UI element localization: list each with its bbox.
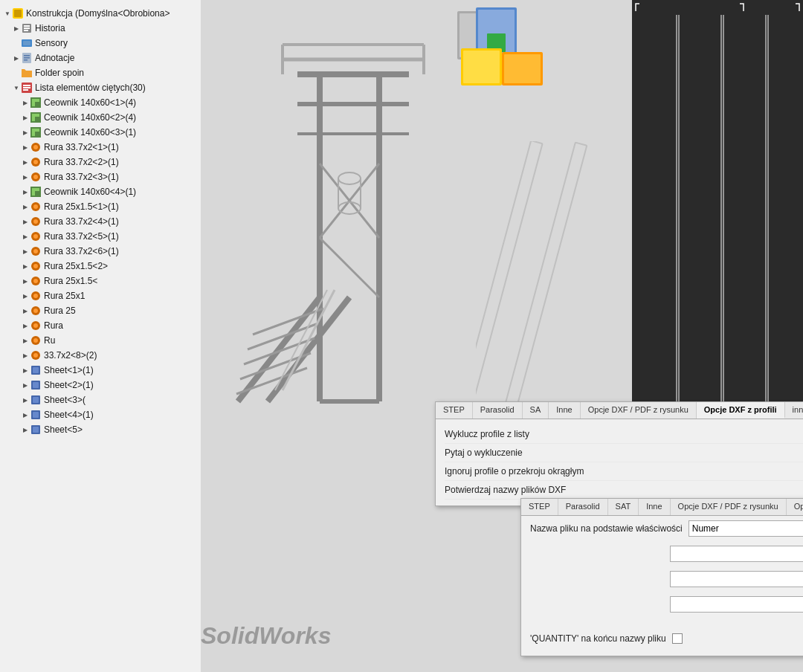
empty-row-1: ▼ … [521, 541, 803, 566]
tab-dxf-pdf-lower[interactable]: Opcje DXF / PDF z rysunku [671, 499, 787, 515]
option-potwierdz: Potwierdzaj nazwy plików DXF [445, 481, 803, 500]
svg-rect-3 [24, 25, 30, 27]
sensory-label: Sensory [35, 38, 68, 48]
tree-rura-25-2[interactable]: ▶ Rura 25x1.5<2> [3, 259, 198, 274]
svg-rect-100 [463, 51, 500, 83]
svg-rect-65 [33, 427, 39, 433]
construction-icon [12, 7, 24, 19]
svg-line-92 [283, 290, 335, 390]
svg-rect-57 [33, 367, 39, 373]
empty-row-3: ▼ … [521, 592, 803, 617]
tree-folder-spoin[interactable]: ▶ Folder spoin [3, 65, 198, 80]
svg-point-41 [33, 249, 38, 253]
main-view: STEP Parasolid SA Inne Opcje DXF / PDF z… [201, 0, 803, 672]
tree-rura1[interactable]: ▶ Rura 33.7x2<1>(1) [3, 140, 198, 155]
tab-dxf-profili-upper[interactable]: Opcje DXF z profili [697, 402, 785, 419]
tree-rura-8[interactable]: ▶ 33.7x2<8>(2) [3, 348, 198, 363]
tree-rura5[interactable]: ▶ Rura 33.7x2<5>(1) [3, 229, 198, 244]
tab-dxf-profili-lower[interactable]: Opcje DXF z profili [787, 499, 803, 515]
watermark: SolidWorks [201, 622, 331, 650]
historia-label: Historia [35, 23, 65, 33]
tree-ceownik2[interactable]: ▶ Ceownik 140x60<2>(4) [3, 110, 198, 125]
root-arrow: ▼ [3, 9, 12, 18]
svg-rect-63 [33, 412, 39, 418]
svg-rect-7 [23, 41, 30, 45]
tree-sheet5[interactable]: ▶ Sheet<5> [3, 422, 198, 437]
svg-rect-13 [23, 85, 30, 86]
lista-icon [21, 82, 33, 94]
tree-rura-25-3[interactable]: ▶ Rura 25x1.5< [3, 274, 198, 288]
checkbox-quantity[interactable] [672, 633, 683, 644]
tree-sheet3[interactable]: ▶ Sheet<3>( [3, 392, 198, 407]
svg-rect-33 [32, 188, 39, 191]
empty-dropdown-3[interactable]: ▼ [670, 596, 803, 613]
root-label: Konstrukcja (Domyślna<Obrobiona> [26, 8, 170, 19]
svg-point-35 [33, 204, 38, 209]
tree-ceownik4[interactable]: ▶ Ceownik 140x60<4>(1) [3, 184, 198, 199]
tree-rura4[interactable]: ▶ Rura 33.7x2<4>(1) [3, 214, 198, 229]
svg-point-53 [33, 338, 38, 343]
svg-point-55 [33, 353, 38, 358]
historia-arrow: ▶ [12, 24, 21, 33]
svg-rect-59 [33, 382, 39, 388]
svg-point-49 [33, 308, 38, 313]
option-wyklucz-label: Wyklucz profile z listy [445, 429, 529, 439]
tree-rura6[interactable]: ▶ Rura 33.7x2<6>(1) [3, 244, 198, 259]
tree-sheet1[interactable]: ▶ Sheet<1>(1) [3, 363, 198, 378]
tree-sheet2[interactable]: ▶ Sheet<2>(1) [3, 378, 198, 392]
svg-point-43 [33, 264, 38, 268]
svg-point-51 [33, 323, 38, 328]
svg-point-30 [33, 175, 38, 179]
svg-rect-4 [24, 28, 30, 29]
svg-line-83 [236, 368, 307, 394]
svg-point-47 [33, 294, 38, 298]
tab-parasolid-upper[interactable]: Parasolid [473, 402, 523, 419]
tree-root[interactable]: ▼ Konstrukcja (Domyślna<Obrobiona> [3, 6, 198, 21]
tree-ceownik1[interactable]: ▶ Ceownik 140x60<1>(4) [3, 95, 198, 110]
tab-sat-upper[interactable]: SA [523, 402, 549, 419]
tree-rura-25-6[interactable]: ▶ Rura [3, 318, 198, 333]
svg-rect-15 [23, 89, 28, 91]
filename-label: Nazwa pliku na podstawie właściwości [530, 523, 683, 534]
tree-rura2[interactable]: ▶ Rura 33.7x2<2>(1) [3, 155, 198, 169]
folder-label: Folder spoin [35, 68, 84, 78]
empty-dropdown-1[interactable]: ▼ [670, 546, 803, 562]
svg-rect-102 [504, 54, 541, 83]
svg-rect-21 [32, 114, 39, 117]
svg-point-39 [33, 234, 38, 239]
tree-rura-25-4[interactable]: ▶ Rura 25x1 [3, 288, 198, 303]
tab-inne-lower[interactable]: Inne [639, 499, 670, 515]
tab-inne-opcje-upper[interactable]: inne opcje [785, 402, 803, 419]
tab-inne-upper[interactable]: Inne [549, 402, 580, 419]
empty-dropdown-2[interactable]: ▼ [670, 571, 803, 587]
tab-parasolid-lower[interactable]: Parasolid [558, 499, 608, 515]
svg-point-45 [33, 279, 38, 283]
tree-adnotacje[interactable]: ▶ Adnotacje [3, 51, 198, 65]
dialog-inne-opcje: STEP Parasolid SAT Inne Opcje DXF / PDF … [520, 498, 803, 656]
dialog-dxf-profili: STEP Parasolid SA Inne Opcje DXF / PDF z… [435, 401, 803, 506]
empty-row-2: ▼ … [521, 566, 803, 592]
tree-sensory[interactable]: ▶ Sensory [3, 36, 198, 51]
tree-ceownik3[interactable]: ▶ Ceownik 140x60<3>(1) [3, 125, 198, 140]
svg-rect-9 [24, 55, 30, 56]
option-pytaj: Pytaj o wykluczenie [445, 444, 803, 462]
filename-dropdown[interactable]: Numer ▼ [688, 520, 803, 537]
tree-sheet4[interactable]: ▶ Sheet<4>(1) [3, 407, 198, 422]
tree-rura-25-5[interactable]: ▶ Rura 25 [3, 303, 198, 318]
svg-rect-1 [14, 10, 22, 17]
tree-lista[interactable]: ▼ Lista elementów ciętych(30) [3, 80, 198, 95]
tree-historia[interactable]: ▶ Historia [3, 21, 198, 36]
tab-sat-lower[interactable]: SAT [608, 499, 639, 515]
tree-rura3[interactable]: ▶ Rura 33.7x2<3>(1) [3, 169, 198, 184]
3d-structure [208, 15, 461, 433]
svg-point-26 [33, 145, 38, 149]
tab-step-upper[interactable]: STEP [436, 402, 473, 419]
tree-rura-25-7[interactable]: ▶ Ru [3, 333, 198, 348]
option-pytaj-label: Pytaj o wykluczenie [445, 448, 523, 458]
quantity-label: 'QUANTITY' na końcu nazwy pliku [530, 633, 666, 644]
tree-rura-25-1[interactable]: ▶ Rura 25x1.5<1>(1) [3, 199, 198, 214]
svg-rect-61 [33, 397, 39, 403]
svg-rect-11 [24, 59, 28, 61]
tab-step-lower[interactable]: STEP [521, 499, 558, 515]
tab-dxf-pdf-upper[interactable]: Opcje DXF / PDF z rysunku [581, 402, 697, 419]
